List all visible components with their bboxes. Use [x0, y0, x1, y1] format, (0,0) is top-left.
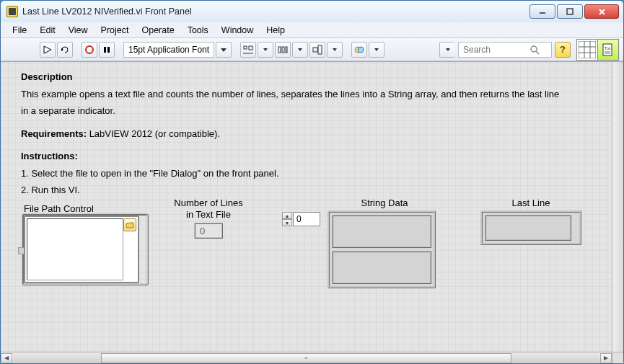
string-cell-1 [332, 251, 431, 284]
svg-marker-9 [221, 48, 227, 52]
minimize-icon [539, 8, 546, 15]
menu-tools[interactable]: Tools [182, 24, 214, 37]
description-body-2: in a separate indicator. [21, 105, 597, 117]
vi-icon[interactable]: Txt [597, 39, 619, 61]
resize-dropdown[interactable] [327, 42, 343, 58]
align-objects-button[interactable] [240, 42, 256, 58]
scroll-left-button[interactable]: ◀ [1, 353, 12, 363]
menu-file[interactable]: File [6, 24, 32, 37]
connector-grid-icon [579, 41, 596, 58]
menu-window[interactable]: Window [216, 24, 259, 37]
close-button[interactable] [584, 4, 619, 19]
string-array-body [328, 210, 436, 288]
file-path-input[interactable] [27, 218, 123, 280]
menu-project[interactable]: Project [95, 24, 135, 37]
description-text: Description This example opens a text fi… [21, 71, 597, 197]
minimize-button[interactable] [529, 4, 555, 19]
run-continuous-icon [60, 45, 70, 55]
scroll-h-track[interactable]: ≡ [13, 353, 599, 363]
connector-pane[interactable] [576, 39, 598, 61]
instruction-1: 1. Select the file to open in the "File … [21, 167, 597, 180]
svg-rect-16 [286, 47, 287, 53]
svg-rect-11 [249, 46, 252, 50]
menu-view[interactable]: View [63, 24, 94, 37]
svg-marker-17 [298, 48, 302, 51]
vertical-scrollbar[interactable] [612, 62, 623, 352]
search-input[interactable] [462, 44, 527, 56]
help-icon: ? [560, 44, 566, 55]
maximize-button[interactable] [557, 4, 583, 19]
browse-button[interactable] [123, 218, 136, 231]
svg-text:Txt: Txt [605, 46, 611, 50]
chevron-down-icon [333, 48, 337, 52]
run-arrow-icon [43, 45, 53, 55]
search-icon [529, 45, 540, 55]
svg-rect-15 [282, 47, 284, 53]
last-line-frame [480, 210, 581, 245]
svg-point-6 [86, 46, 93, 53]
description-heading: Description [21, 71, 73, 82]
scroll-right-button[interactable]: ▶ [600, 353, 612, 363]
txt-file-icon: Txt [601, 43, 615, 57]
resize-icon [312, 45, 322, 55]
file-path-box[interactable] [24, 216, 139, 283]
align-dropdown[interactable] [258, 42, 273, 58]
array-index-value[interactable]: 0 [293, 212, 320, 226]
last-line-indicator: Last Line [480, 197, 581, 245]
svg-rect-18 [313, 48, 317, 52]
svg-marker-4 [44, 46, 51, 53]
svg-rect-27 [579, 41, 596, 58]
distribute-dropdown[interactable] [292, 42, 308, 58]
svg-marker-24 [446, 48, 450, 51]
window-buttons [529, 4, 619, 19]
reorder-icon [354, 45, 364, 55]
instruction-2: 2. Run this VI. [21, 184, 597, 197]
menu-edit[interactable]: Edit [34, 24, 61, 37]
svg-rect-7 [104, 47, 106, 53]
distribute-objects-button[interactable] [275, 42, 291, 58]
close-icon [598, 8, 606, 16]
requirements-text: LabVIEW 2012 (or compatible). [87, 128, 220, 139]
svg-line-26 [536, 51, 539, 54]
menu-help[interactable]: Help [260, 24, 291, 37]
svg-point-22 [358, 47, 364, 53]
chevron-down-icon [221, 47, 227, 53]
font-dropdown-button[interactable] [216, 42, 232, 58]
search-scope-button[interactable] [439, 42, 455, 58]
app-window: Last Line LV2012 NIVerified.vi Front Pan… [0, 0, 624, 364]
reorder-dropdown[interactable] [369, 42, 384, 58]
array-index-decrement[interactable]: ▼ [282, 219, 292, 226]
controls-cluster: File Path Control Number o [8, 197, 599, 342]
string-data-array: String Data ▲ ▼ 0 [282, 197, 441, 288]
array-index-increment[interactable]: ▲ [282, 212, 292, 219]
front-panel[interactable]: Description This example opens a text fi… [1, 62, 612, 352]
num-lines-label-1: Number of Lines [165, 197, 252, 209]
abort-button[interactable] [82, 42, 97, 58]
horizontal-scrollbar[interactable]: ◀ ≡ ▶ [1, 352, 612, 363]
svg-rect-1 [567, 9, 573, 14]
pause-button[interactable] [99, 42, 115, 58]
string-cell-0 [332, 215, 431, 248]
align-icon [243, 45, 253, 55]
reorder-button[interactable] [351, 42, 367, 58]
description-body-1: This example opens a text file and count… [21, 88, 597, 101]
run-button[interactable] [40, 42, 56, 58]
search-box[interactable] [458, 42, 552, 58]
run-continuously-button[interactable] [57, 42, 73, 58]
num-lines-value: 0 [194, 223, 223, 239]
string-data-label: String Data [328, 197, 441, 208]
scroll-h-thumb[interactable]: ≡ [101, 353, 511, 363]
svg-rect-8 [107, 47, 110, 53]
menu-operate[interactable]: Operate [136, 24, 180, 37]
front-panel-area: Description This example opens a text fi… [1, 61, 623, 363]
abort-icon [85, 45, 94, 54]
font-selector[interactable]: 15pt Application Font [123, 42, 214, 58]
vi-icon-connector: Txt [576, 39, 619, 61]
number-of-lines-indicator: Number of Lines in Text File 0 [165, 197, 252, 239]
file-path-control: File Path Control [24, 203, 146, 283]
pause-icon [102, 45, 111, 54]
window-title: Last Line LV2012 NIVerified.vi Front Pan… [22, 6, 192, 17]
toolbar: 15pt Application Font [1, 38, 623, 61]
context-help-button[interactable]: ? [555, 42, 571, 58]
resize-objects-button[interactable] [309, 42, 325, 58]
